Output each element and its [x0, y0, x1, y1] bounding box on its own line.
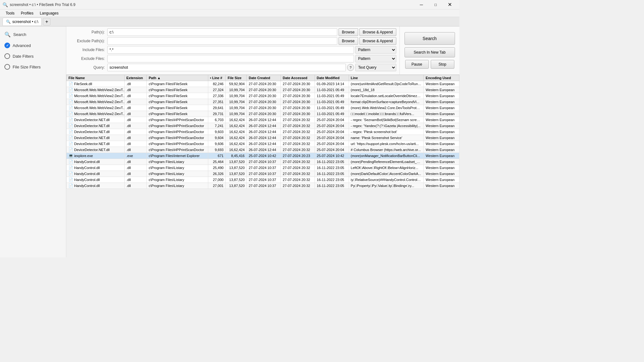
cell-size: 16,62,424: [226, 123, 247, 129]
exclude-files-row: Exclude Files: Pattern: [69, 55, 396, 62]
cell-created: 27-07-2024 20:30: [247, 93, 281, 99]
table-row[interactable]: 📄 DeviceDetector.NET.dll .dll c\Program …: [67, 123, 459, 129]
table-row[interactable]: 📄 HandyControl.dll .dll c\Program Files\…: [67, 159, 459, 165]
col-path[interactable]: Path ▲: [147, 75, 208, 81]
cell-encoding: Western European: [424, 141, 459, 147]
cell-linecontent: (more).Web.WebView2.Core.DevToolsProtoc.…: [349, 105, 423, 111]
cell-encoding: Western European: [424, 93, 459, 99]
cell-encoding: Western European: [424, 105, 459, 111]
exclude-files-input-group: Pattern: [107, 55, 396, 62]
cell-linecontent: name: 'Plesk Screenshot Service': [349, 135, 423, 141]
table-row[interactable]: 📄 Microsoft.Web.WebView2.DevT... .dll c\…: [67, 111, 459, 117]
cell-line: 82,246: [208, 81, 226, 87]
exclude-paths-input[interactable]: [107, 37, 337, 45]
table-row[interactable]: 📄 DeviceDetector.NET.dll .dll c\Program …: [67, 141, 459, 147]
table-row[interactable]: 📄 Microsoft.Web.WebView2.DevT... .dll c\…: [67, 93, 459, 99]
cell-path: c\Program Files\HPPrintScanDoctor: [147, 147, 208, 153]
cell-accessed: 27-07-2024 20:32: [281, 141, 315, 147]
table-row[interactable]: 📄 Microsoft.Web.WebView2.DevT... .dll c\…: [67, 105, 459, 111]
table-row[interactable]: 📄 DeviceDetector.NET.dll .dll c\Program …: [67, 129, 459, 135]
table-row[interactable]: 📄 Microsoft.Web.WebView2.DevT... .dll c\…: [67, 87, 459, 93]
cell-ext: .dll: [124, 165, 147, 171]
table-row[interactable]: 📄 DeviceDetector.NET.dll .dll c\Program …: [67, 135, 459, 141]
sidebar-item-search[interactable]: 🔍 Search: [0, 29, 66, 40]
search-button[interactable]: Search: [405, 32, 455, 45]
exclude-paths-label: Exclude Path(s):: [69, 39, 107, 43]
maximize-button[interactable]: □: [428, 0, 443, 9]
paths-browse-button[interactable]: Browse: [339, 28, 358, 36]
table-row[interactable]: 📄 HandyControl.dll .dll c\Program Files\…: [67, 165, 459, 171]
exclude-paths-browse-append-button[interactable]: Browse & Append: [359, 37, 396, 45]
col-linecontent[interactable]: Line: [349, 75, 423, 81]
sidebar-item-advanced[interactable]: ✓ Advanced: [0, 40, 66, 51]
tab-icon: 🔍: [6, 20, 11, 24]
col-filesize[interactable]: File Size: [226, 75, 247, 81]
cell-size: 10,99,704: [226, 105, 247, 111]
table-row[interactable]: 📄 HandyControl.dll .dll c\Program Files\…: [67, 183, 459, 189]
exclude-files-label: Exclude Files:: [69, 56, 107, 61]
cell-path: c\Program Files\FileSeek: [147, 111, 208, 117]
cell-ext: .dll: [124, 111, 147, 117]
paths-browse-append-button[interactable]: Browse & Append: [359, 28, 396, 36]
table-row[interactable]: 📄 HandyControl.dll .dll c\Program Files\…: [67, 171, 459, 177]
col-accessed[interactable]: Date Accessed: [281, 75, 315, 81]
close-button[interactable]: ✕: [443, 0, 457, 9]
sidebar-item-date-filters[interactable]: Date Filters: [0, 51, 66, 61]
menu-item-languages[interactable]: Languages: [37, 10, 62, 16]
cell-accessed: 27-07-2024 20:32: [281, 129, 315, 135]
exclude-files-pattern-select[interactable]: Pattern: [355, 55, 396, 62]
search-in-new-tab-button[interactable]: Search In New Tab: [405, 47, 455, 57]
cell-path: c\Program Files\Listary: [147, 159, 208, 165]
cell-encoding: Western European: [424, 87, 459, 93]
stop-button[interactable]: Stop: [431, 60, 454, 69]
menu-item-tools[interactable]: Tools: [3, 10, 18, 16]
query-type-select[interactable]: Text Query: [355, 64, 396, 71]
paths-input[interactable]: [107, 28, 337, 36]
cell-created: 27-07-2024 10:37: [247, 171, 281, 177]
cell-size: 13,87,520: [226, 165, 247, 171]
query-label: Query:: [69, 65, 107, 70]
table-container[interactable]: File Name Extension Path ▲ • Line # File…: [66, 75, 459, 257]
cell-path: c\Program Files\HPPrintScanDoctor: [147, 117, 208, 123]
cell-filename: 📄 DeviceDetector.NET.dll: [67, 123, 125, 129]
cell-ext: .dll: [124, 135, 147, 141]
col-extension[interactable]: Extension: [124, 75, 147, 81]
cell-path: c\Program Files\Internet Explorer: [147, 153, 208, 159]
col-encoding[interactable]: Encoding Used: [424, 75, 459, 81]
table-row[interactable]: 📄 DeviceDetector.NET.dll .dll c\Program …: [67, 117, 459, 123]
cell-line: 7,241: [208, 123, 226, 129]
table-row[interactable]: 📄 HandyControl.dll .dll c\Program Files\…: [67, 177, 459, 183]
table-row[interactable]: 📄 Microsoft.Web.WebView2.DevT... .dll c\…: [67, 99, 459, 105]
menu-item-profiles[interactable]: Profiles: [18, 10, 37, 16]
cell-encoding: Western European: [424, 129, 459, 135]
cell-filename: 📄 DeviceDetector.NET.dll: [67, 135, 125, 141]
tab-screenshot[interactable]: 🔍 screenshot • c:\: [3, 18, 42, 26]
col-filename[interactable]: File Name: [67, 75, 125, 81]
query-help-button[interactable]: ?: [347, 64, 354, 71]
sidebar-item-file-size[interactable]: File Size Filters: [0, 61, 66, 72]
query-input[interactable]: [107, 64, 346, 71]
minimize-button[interactable]: ─: [414, 0, 428, 9]
cell-linecontent: # Columbus Browser (https://web.archive.…: [349, 147, 423, 153]
include-files-pattern-select[interactable]: Pattern: [355, 46, 396, 54]
cell-linecontent: - regex: 'SeznamBot|SklikBot|Seznam scre…: [349, 117, 423, 123]
table-row[interactable]: 📄 FileSeek.dll .dll c\Program Files\File…: [67, 81, 459, 87]
cell-line: 27,324: [208, 87, 226, 93]
include-files-input[interactable]: [107, 46, 354, 54]
cell-filename: 📄 Microsoft.Web.WebView2.DevT...: [67, 105, 125, 111]
table-row[interactable]: 📄 DeviceDetector.NET.dll .dll c\Program …: [67, 147, 459, 153]
table-row[interactable]: 💻 iexplore.exe .exe c\Program Files\Inte…: [67, 153, 459, 159]
cell-filename: 📄 DeviceDetector.NET.dll: [67, 147, 125, 153]
exclude-paths-browse-button[interactable]: Browse: [339, 37, 358, 45]
col-created[interactable]: Date Created: [247, 75, 281, 81]
col-line[interactable]: • Line #: [208, 75, 226, 81]
exclude-files-input[interactable]: [107, 55, 354, 62]
col-modified[interactable]: Date Modified: [315, 75, 349, 81]
cell-modified: 11-03-2021 05:49: [315, 87, 349, 93]
cell-line: 27,336: [208, 93, 226, 99]
cell-ext: .dll: [124, 177, 147, 183]
pause-button[interactable]: Pause: [405, 60, 429, 69]
cell-filename: 📄 Microsoft.Web.WebView2.DevT...: [67, 93, 125, 99]
add-tab-button[interactable]: +: [43, 18, 50, 26]
cell-linecontent: Py□Property□Py□Value□ty□Binding•□ry...: [349, 183, 423, 189]
